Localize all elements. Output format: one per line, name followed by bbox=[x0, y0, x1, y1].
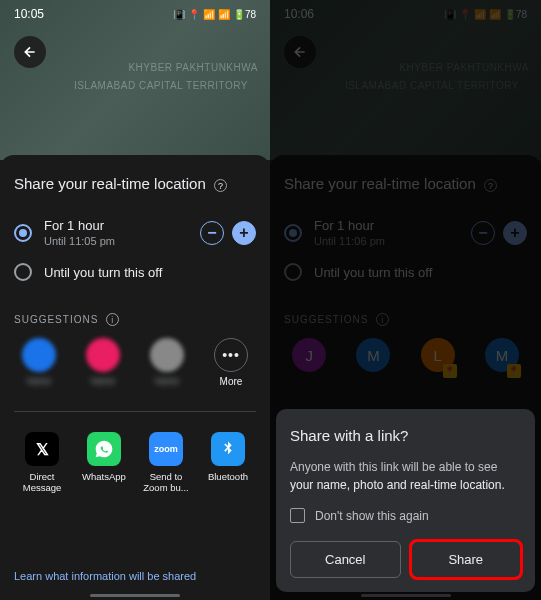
checkbox-icon[interactable] bbox=[290, 508, 305, 523]
share-sheet: Share your real-time location ? For 1 ho… bbox=[0, 155, 270, 600]
apps-row: 𝕏 Direct Message WhatsApp zoom Send to Z… bbox=[14, 411, 256, 494]
bluetooth-icon bbox=[211, 432, 245, 466]
more-label: More bbox=[220, 376, 243, 387]
back-button[interactable] bbox=[14, 36, 46, 68]
app-direct-message[interactable]: 𝕏 Direct Message bbox=[14, 432, 70, 494]
suggestions-section: SUGGESTIONS i Name Name Name ••• bbox=[14, 313, 256, 387]
dialog-body: Anyone with this link will be able to se… bbox=[290, 458, 521, 494]
status-bar: 10:05 📳 📍 📶 📶 🔋78 bbox=[0, 0, 270, 28]
nav-handle[interactable] bbox=[90, 594, 180, 597]
app-bluetooth[interactable]: Bluetooth bbox=[200, 432, 256, 494]
info-icon[interactable]: i bbox=[106, 313, 119, 326]
share-button[interactable]: Share bbox=[411, 541, 522, 578]
location-icon: 📍 bbox=[188, 9, 200, 20]
suggestions-header: SUGGESTIONS i bbox=[14, 313, 256, 326]
avatar bbox=[22, 338, 56, 372]
option-title: For 1 hour bbox=[44, 218, 188, 233]
contact-item[interactable]: Name bbox=[78, 338, 128, 386]
contact-name: Name bbox=[91, 376, 115, 386]
option-for-1-hour[interactable]: For 1 hour Until 11:05 pm − + bbox=[14, 210, 256, 255]
more-button[interactable]: ••• More bbox=[206, 338, 256, 387]
option-until-off[interactable]: Until you turn this off bbox=[14, 255, 256, 289]
avatar bbox=[86, 338, 120, 372]
status-icons: 📳 📍 📶 📶 🔋78 bbox=[173, 9, 256, 20]
option-title: Until you turn this off bbox=[44, 265, 256, 280]
x-icon: 𝕏 bbox=[25, 432, 59, 466]
battery-icon: 🔋78 bbox=[233, 9, 256, 20]
screen-right: 10:06 📳 📍 📶 📶 🔋78 KHYBER PAKHTUNKHWA ISL… bbox=[270, 0, 541, 600]
screen-left: 10:05 📳 📍 📶 📶 🔋78 KHYBER PAKHTUNKHWA ISL… bbox=[0, 0, 270, 600]
minus-button[interactable]: − bbox=[200, 221, 224, 245]
whatsapp-icon bbox=[87, 432, 121, 466]
share-link-dialog: Share with a link? Anyone with this link… bbox=[276, 409, 535, 592]
radio-selected[interactable] bbox=[14, 224, 32, 242]
dont-show-again[interactable]: Don't show this again bbox=[290, 508, 521, 523]
contact-name: Name bbox=[155, 376, 179, 386]
map-label: ISLAMABAD CAPITAL TERRITORY bbox=[74, 80, 248, 91]
cancel-button[interactable]: Cancel bbox=[290, 541, 401, 578]
status-time: 10:05 bbox=[14, 7, 44, 21]
dialog-title: Share with a link? bbox=[290, 427, 521, 444]
wifi-icon: 📶 bbox=[203, 9, 215, 20]
app-zoom[interactable]: zoom Send to Zoom bu... bbox=[138, 432, 194, 494]
app-whatsapp[interactable]: WhatsApp bbox=[76, 432, 132, 494]
vibrate-icon: 📳 bbox=[173, 9, 185, 20]
map-label: KHYBER PAKHTUNKHWA bbox=[128, 62, 258, 73]
more-icon: ••• bbox=[214, 338, 248, 372]
plus-button[interactable]: + bbox=[232, 221, 256, 245]
contact-item[interactable]: Name bbox=[142, 338, 192, 386]
signal-icon: 📶 bbox=[218, 9, 230, 20]
contact-item[interactable]: Name bbox=[14, 338, 64, 386]
zoom-icon: zoom bbox=[149, 432, 183, 466]
avatar bbox=[150, 338, 184, 372]
sheet-title: Share your real-time location ? bbox=[14, 175, 256, 192]
contact-name: Name bbox=[27, 376, 51, 386]
info-icon[interactable]: ? bbox=[214, 179, 227, 192]
radio-unselected[interactable] bbox=[14, 263, 32, 281]
learn-info-link[interactable]: Learn what information will be shared bbox=[14, 570, 196, 582]
option-subtitle: Until 11:05 pm bbox=[44, 235, 188, 247]
